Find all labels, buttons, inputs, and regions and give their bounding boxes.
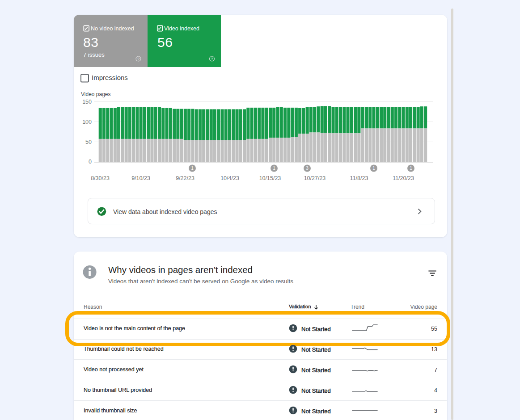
svg-text:?: ? [211, 57, 213, 61]
svg-text:?: ? [137, 57, 140, 61]
svg-text:1: 1 [372, 166, 375, 171]
svg-text:3: 3 [306, 166, 309, 171]
svg-text:1: 1 [191, 166, 194, 171]
svg-text:1: 1 [273, 166, 275, 171]
svg-text:1: 1 [410, 166, 412, 171]
